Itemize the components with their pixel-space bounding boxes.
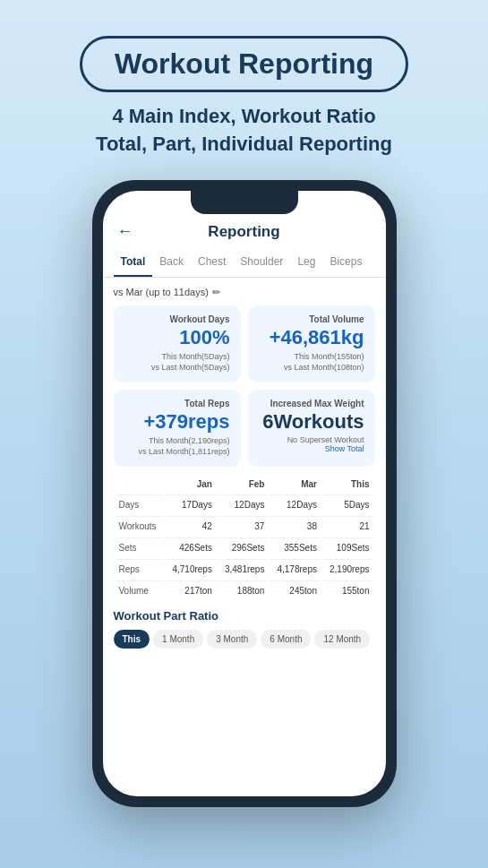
row-sets-this: 109Sets xyxy=(322,537,373,557)
total-reps-card: Total Reps +379reps This Month(2,190reps… xyxy=(114,390,241,467)
phone-screen: ← Reporting Total Back Chest Shoulder Le… xyxy=(103,191,386,796)
tab-biceps[interactable]: Biceps xyxy=(322,252,369,277)
row-reps-mar: 4,178reps xyxy=(270,559,321,579)
row-sets-mar: 355Sets xyxy=(270,537,321,557)
workout-days-card: Workout Days 100% This Month(5Days)vs La… xyxy=(114,305,241,382)
row-reps-feb: 3,481reps xyxy=(218,559,269,579)
row-days-label: Days xyxy=(116,494,164,514)
table-header-mar: Mar xyxy=(270,476,321,493)
part-ratio-title: Workout Part Ratio xyxy=(114,609,375,623)
vs-label: vs Mar (up to 11days) ✏ xyxy=(114,287,375,298)
time-tab-6month[interactable]: 6 Month xyxy=(261,630,311,649)
total-volume-label: Total Volume xyxy=(259,314,364,324)
workout-days-label: Workout Days xyxy=(124,314,230,324)
table-header-this: This xyxy=(322,476,373,493)
tab-shoulder[interactable]: Shoulder xyxy=(233,252,290,277)
total-reps-label: Total Reps xyxy=(124,399,230,408)
time-tab-1month[interactable]: 1 Month xyxy=(153,630,203,649)
row-volume-jan: 217ton xyxy=(165,580,216,600)
row-days-this: 5Days xyxy=(322,494,373,514)
time-tabs: This 1 Month 3 Month 6 Month 12 Month xyxy=(114,630,375,649)
max-weight-card: Increased Max Weight 6Workouts No Supers… xyxy=(248,390,375,467)
phone-notch xyxy=(191,191,298,214)
table-row: Workouts 42 37 38 21 xyxy=(116,516,373,536)
row-reps-label: Reps xyxy=(116,559,164,579)
page-title: Workout Reporting xyxy=(115,47,373,80)
row-workouts-label: Workouts xyxy=(116,516,164,536)
tab-total[interactable]: Total xyxy=(114,252,153,277)
row-volume-feb: 188ton xyxy=(218,580,269,600)
total-volume-value: +46,861kg xyxy=(259,326,364,349)
phone-mockup: ← Reporting Total Back Chest Shoulder Le… xyxy=(92,180,397,807)
row-volume-this: 155ton xyxy=(322,580,373,600)
row-reps-jan: 4,710reps xyxy=(165,559,216,579)
row-volume-label: Volume xyxy=(116,580,164,600)
max-weight-value: 6Workouts xyxy=(259,410,364,434)
edit-icon[interactable]: ✏ xyxy=(212,287,220,298)
time-tab-12month[interactable]: 12 Month xyxy=(314,630,370,649)
table-row: Days 17Days 12Days 12Days 5Days xyxy=(116,494,373,514)
stats-table: Jan Feb Mar This Days 17Days 12Days 12Da… xyxy=(114,474,375,602)
row-workouts-jan: 42 xyxy=(165,516,216,536)
max-weight-sub: No Superset Workout xyxy=(259,435,364,444)
max-weight-label: Increased Max Weight xyxy=(259,399,364,408)
row-workouts-this: 21 xyxy=(322,516,373,536)
row-volume-mar: 245ton xyxy=(270,580,321,600)
table-row: Sets 426Sets 296Sets 355Sets 109Sets xyxy=(116,537,373,557)
table-row: Volume 217ton 188ton 245ton 155ton xyxy=(116,580,373,600)
title-badge: Workout Reporting xyxy=(80,36,408,92)
workout-days-value: 100% xyxy=(124,326,230,349)
row-days-mar: 12Days xyxy=(270,494,321,514)
time-tab-3month[interactable]: 3 Month xyxy=(207,630,257,649)
time-tab-this[interactable]: This xyxy=(114,630,150,649)
workout-days-sub: This Month(5Days)vs Last Month(5Days) xyxy=(124,351,230,374)
row-workouts-feb: 37 xyxy=(218,516,269,536)
total-reps-sub: This Month(2,190reps)vs Last Month(1,811… xyxy=(124,435,230,458)
table-header-label xyxy=(116,476,164,493)
row-sets-label: Sets xyxy=(116,537,164,557)
tab-leg[interactable]: Leg xyxy=(290,252,322,277)
tab-chest[interactable]: Chest xyxy=(191,252,233,277)
back-button[interactable]: ← xyxy=(117,222,133,241)
table-row: Reps 4,710reps 3,481reps 4,178reps 2,190… xyxy=(116,559,373,579)
row-days-feb: 12Days xyxy=(218,494,269,514)
total-reps-value: +379reps xyxy=(124,410,230,434)
page-header: Workout Reporting 4 Main Index, Workout … xyxy=(80,36,408,159)
table-header-feb: Feb xyxy=(218,476,269,493)
table-header-jan: Jan xyxy=(165,476,216,493)
screen-body: vs Mar (up to 11days) ✏ Workout Days 100… xyxy=(103,278,386,796)
row-days-jan: 17Days xyxy=(165,494,216,514)
subtitle: 4 Main Index, Workout Ratio Total, Part,… xyxy=(96,103,392,159)
row-sets-jan: 426Sets xyxy=(165,537,216,557)
row-reps-this: 2,190reps xyxy=(322,559,373,579)
tabs-row: Total Back Chest Shoulder Leg Biceps xyxy=(103,245,386,278)
row-workouts-mar: 38 xyxy=(270,516,321,536)
total-volume-card: Total Volume +46,861kg This Month(155ton… xyxy=(248,305,375,382)
show-total-link[interactable]: Show Total xyxy=(259,444,364,453)
total-volume-sub: This Month(155ton)vs Last Month(108ton) xyxy=(259,351,364,374)
tab-back[interactable]: Back xyxy=(152,252,191,277)
screen-title: Reporting xyxy=(208,223,279,241)
stats-cards: Workout Days 100% This Month(5Days)vs La… xyxy=(114,305,375,467)
row-sets-feb: 296Sets xyxy=(218,537,269,557)
